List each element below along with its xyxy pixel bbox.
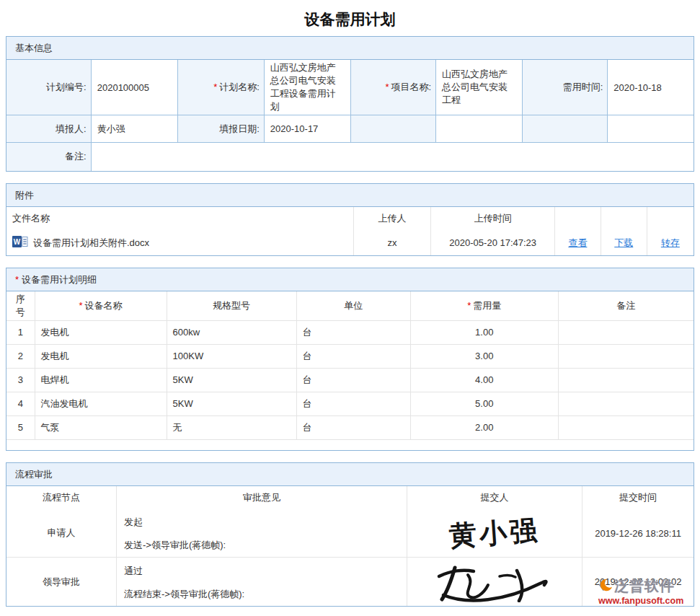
required-mark: *: [15, 274, 19, 285]
page-title: 设备需用计划: [0, 9, 700, 30]
detail-row: 5 气泵 无 台 2.00: [6, 415, 694, 439]
empty-value-cell: [436, 115, 523, 143]
attachments-table: 文件名称 上传人 上传时间 W: [6, 207, 694, 255]
unit-cell: 台: [296, 368, 410, 392]
required-mark: *: [467, 300, 471, 311]
qty-cell: 2.00: [410, 415, 558, 439]
detail-row: 1 发电机 600kw 台 1.00: [6, 320, 694, 344]
attachments-section: 附件 文件名称 上传人 上传时间: [6, 183, 694, 256]
attachment-file-name: 设备需用计划相关附件.docx: [33, 237, 149, 250]
file-name-column-header: 文件名称: [6, 207, 353, 231]
qty-column-header: *需用量: [410, 291, 558, 321]
fill-date-label: 填报日期:: [177, 115, 264, 143]
seq-column-header: 序号: [6, 291, 35, 321]
equipment-details-table: 序号 *设备名称 规格型号 单位 *需用量 备注 1 发电机 600kw 台 1…: [6, 291, 694, 440]
filler-label: 填报人:: [6, 115, 91, 143]
actions-column-header: [647, 207, 694, 231]
basic-info-row-3: 备注:: [6, 143, 694, 171]
seq-cell: 4: [6, 392, 35, 415]
attachments-section-header: 附件: [6, 184, 694, 207]
opinion-cell: 通过 流程结束->领导审批(蒋德帧):: [116, 558, 407, 607]
seq-cell: 1: [6, 320, 35, 344]
opinion-line-1: 通过: [124, 565, 399, 578]
opinion-line-2: 流程结束->领导审批(蒋德帧):: [124, 588, 399, 601]
qty-cell: 3.00: [410, 344, 558, 368]
actions-column-header: [601, 207, 647, 231]
svg-text:W: W: [14, 238, 21, 246]
equipment-name-cell: 电焊机: [35, 368, 167, 392]
submitter-signature-cell: 黄小强: [407, 510, 582, 558]
seq-cell: 3: [6, 368, 35, 392]
unit-cell: 台: [296, 415, 410, 439]
attachment-row: W 设备需用计划相关附件.docx zx 2020-05-20 17:47:23…: [6, 231, 694, 255]
actions-column-header: [554, 207, 601, 231]
required-mark: *: [213, 82, 217, 92]
basic-info-section-header: 基本信息: [6, 37, 694, 60]
attachment-uploader: zx: [353, 231, 431, 255]
submit-time-column-header: 提交时间: [582, 486, 694, 510]
spec-cell: 5KW: [167, 392, 296, 415]
filler-value: 黄小强: [91, 115, 177, 143]
remark-value: [91, 143, 694, 171]
approval-section-header: 流程审批: [6, 463, 694, 486]
uploader-column-header: 上传人: [353, 207, 431, 231]
download-link[interactable]: 下载: [614, 237, 633, 248]
equipment-name-cell: 汽油发电机: [35, 392, 167, 415]
detail-row: 3 电焊机 5KW 台 4.00: [6, 368, 694, 392]
basic-info-row-2: 填报人: 黄小强 填报日期: 2020-10-17: [6, 115, 694, 143]
plan-name-value: 山西弘文房地产总公司电气安装工程设备需用计划: [264, 60, 350, 115]
word-file-icon: W: [12, 236, 28, 250]
opinion-column-header: 审批意见: [116, 486, 407, 510]
opinion-line-2: 发送->领导审批(蒋德帧):: [124, 539, 399, 552]
save-as-link[interactable]: 转存: [661, 237, 680, 248]
unit-cell: 台: [296, 392, 410, 415]
equipment-details-section: *设备需用计划明细 序号 *设备名称 规格型号 单位 *需用量 备注 1 发电机…: [6, 268, 694, 451]
qty-cell: 1.00: [410, 320, 558, 344]
remark-cell: [558, 368, 694, 392]
vendor-watermark: 泛普软件 www.fanpusoft.com: [598, 578, 694, 606]
spec-column-header: 规格型号: [167, 291, 296, 321]
plan-no-value: 2020100005: [91, 60, 177, 115]
view-link[interactable]: 查看: [568, 237, 587, 248]
unit-column-header: 单位: [296, 291, 410, 321]
attachments-header-row: 文件名称 上传人 上传时间: [6, 207, 694, 231]
seq-cell: 5: [6, 415, 35, 439]
spec-cell: 100KW: [167, 344, 296, 368]
spec-cell: 5KW: [167, 368, 296, 392]
required-mark: *: [79, 300, 83, 311]
project-name-label: *项目名称:: [350, 60, 435, 115]
attachment-upload-time: 2020-05-20 17:47:23: [431, 231, 555, 255]
details-header-row: 序号 *设备名称 规格型号 单位 *需用量 备注: [6, 291, 694, 321]
submit-time-cell: 2019-12-26 18:28:11: [582, 510, 694, 558]
empty-value-cell: [608, 115, 694, 143]
detail-row: 4 汽油发电机 5KW 台 5.00: [6, 392, 694, 415]
need-time-value: 2020-10-18: [608, 60, 694, 115]
unit-cell: 台: [296, 320, 410, 344]
attachment-file-cell: W 设备需用计划相关附件.docx: [6, 231, 353, 255]
basic-info-row-1: 计划编号: 2020100005 *计划名称: 山西弘文房地产总公司电气安装工程…: [6, 60, 694, 115]
qty-cell: 4.00: [410, 368, 558, 392]
flow-node-cell: 领导审批: [6, 558, 116, 607]
opinion-cell: 发起 发送->领导审批(蒋德帧):: [116, 510, 407, 558]
fanpu-logo-icon: [598, 578, 613, 594]
approval-row: 申请人 发起 发送->领导审批(蒋德帧): 黄小强 2019-12-26 18:…: [6, 510, 694, 558]
vendor-url: www.fanpusoft.com: [598, 597, 694, 606]
need-time-label: 需用时间:: [523, 60, 608, 115]
submitter-column-header: 提交人: [407, 486, 582, 510]
plan-no-label: 计划编号:: [6, 60, 91, 115]
opinion-line-1: 发起: [124, 516, 399, 529]
equipment-details-section-header: *设备需用计划明细: [6, 268, 694, 291]
unit-cell: 台: [296, 344, 410, 368]
fill-date-value: 2020-10-17: [264, 115, 350, 143]
vendor-brand-name: 泛普软件: [614, 578, 675, 593]
seq-cell: 2: [6, 344, 35, 368]
spec-cell: 600kw: [167, 320, 296, 344]
flow-node-column-header: 流程节点: [6, 486, 116, 510]
approval-header-row: 流程节点 审批意见 提交人 提交时间: [6, 486, 694, 510]
required-mark: *: [385, 82, 389, 92]
remark-cell: [558, 392, 694, 415]
detail-row: 2 发电机 100KW 台 3.00: [6, 344, 694, 368]
remark-label: 备注:: [6, 143, 91, 171]
remark-cell: [558, 320, 694, 344]
approval-row: 领导审批 通过 流程结束->领导审批(蒋德帧):: [6, 558, 694, 607]
